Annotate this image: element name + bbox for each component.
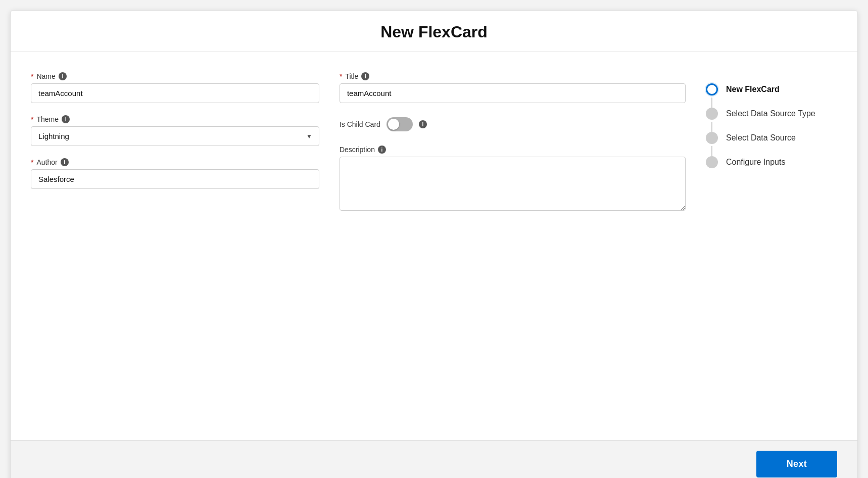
description-group: Description i [340,146,686,211]
is-child-card-row: Is Child Card i [340,115,686,133]
step-1-label: New FlexCard [726,85,780,94]
form-area: * Name i * Theme i Lightning [31,72,686,430]
modal-footer: Next [11,440,857,478]
theme-select-wrapper: Lightning Newport Base ▼ [31,126,319,146]
modal-title: New FlexCard [31,23,837,41]
modal-body: * Name i * Theme i Lightning [11,52,857,440]
author-info-icon[interactable]: i [61,158,69,166]
name-label-text: Name [36,72,55,80]
step-1-dot [706,83,718,95]
description-info-icon[interactable]: i [378,146,386,154]
author-label: * Author i [31,158,319,166]
new-flexcard-modal: New FlexCard * Name i * [10,10,858,478]
theme-required-star: * [31,115,33,123]
is-child-card-info-icon[interactable]: i [419,120,427,128]
name-group: * Name i [31,72,319,103]
form-right: * Title i Is Child Card [340,72,686,430]
author-input[interactable] [31,169,319,189]
theme-select[interactable]: Lightning Newport Base [31,126,319,146]
title-input[interactable] [340,83,686,103]
step-4-label: Configure Inputs [726,158,785,167]
description-textarea[interactable] [340,157,686,211]
is-child-card-toggle[interactable] [387,117,413,131]
title-info-icon[interactable]: i [361,72,369,80]
author-group: * Author i [31,158,319,189]
step-3-label: Select Data Source [726,133,796,142]
step-1: New FlexCard [706,77,837,102]
author-label-text: Author [36,158,57,166]
is-child-card-group: Is Child Card i [340,115,686,133]
title-required-star: * [340,72,342,80]
step-2: Select Data Source Type [706,102,837,126]
theme-group: * Theme i Lightning Newport Base ▼ [31,115,319,146]
modal-header: New FlexCard [11,11,857,52]
step-4: Configure Inputs [706,150,837,174]
title-label-text: Title [345,72,358,80]
name-required-star: * [31,72,33,80]
theme-label-text: Theme [36,115,59,123]
theme-label: * Theme i [31,115,319,123]
description-label: Description i [340,146,686,154]
title-group: * Title i [340,72,686,103]
name-info-icon[interactable]: i [59,72,67,80]
name-input[interactable] [31,83,319,103]
name-label: * Name i [31,72,319,80]
step-2-label: Select Data Source Type [726,109,815,118]
is-child-card-label: Is Child Card [340,120,380,128]
form-left: * Name i * Theme i Lightning [31,72,319,430]
theme-info-icon[interactable]: i [62,115,70,123]
stepper-sidebar: New FlexCard Select Data Source Type Sel… [706,72,837,430]
step-2-dot [706,108,718,120]
toggle-thumb [388,119,399,130]
author-required-star: * [31,158,33,166]
step-4-dot [706,156,718,168]
step-3-dot [706,132,718,144]
description-label-text: Description [340,146,375,154]
next-button[interactable]: Next [756,451,837,477]
step-3: Select Data Source [706,126,837,150]
title-label: * Title i [340,72,686,80]
